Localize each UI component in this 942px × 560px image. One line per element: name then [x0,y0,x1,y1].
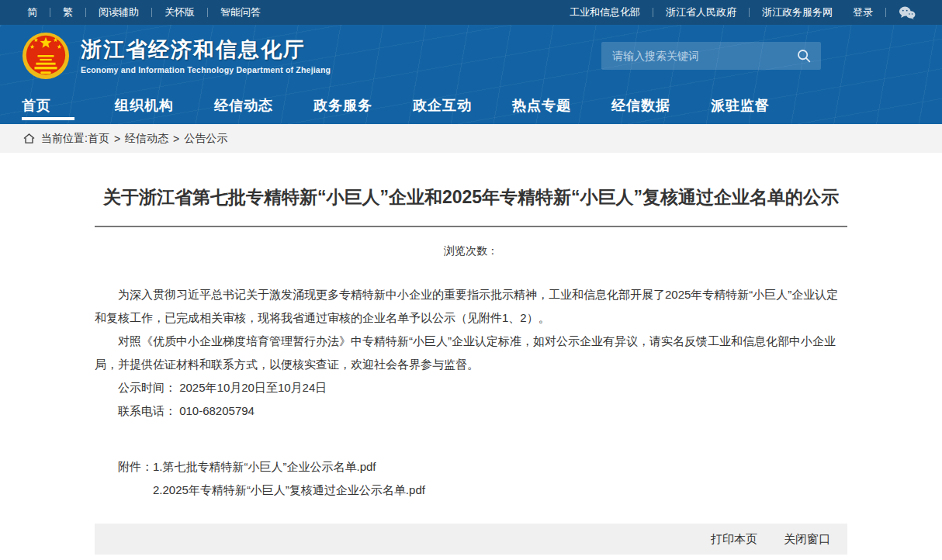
nav-item-dispatched-supervision[interactable]: 派驻监督 [711,87,810,124]
attachments-block: 附件： 1.第七批专精特新“小巨人”企业公示名单.pdf 2.2025年专精特新… [95,455,847,502]
link-reading-aid[interactable]: 阅读辅助 [99,5,139,19]
attachments-list: 1.第七批专精特新“小巨人”企业公示名单.pdf 2.2025年专精特新“小巨人… [153,455,425,502]
link-zhejiang-service-net[interactable]: 浙江政务服务网 [762,5,833,19]
link-care-version[interactable]: 关怀版 [165,5,195,19]
topbar-right-links: 工业和信息化部 浙江省人民政府 浙江政务服务网 登录 [570,5,916,20]
site-subtitle-en: Economy and Information Technology Depar… [81,65,331,74]
nav-item-hot-topics[interactable]: 热点专题 [512,87,611,124]
breadcrumb-eit-news[interactable]: 经信动态 [125,132,168,146]
paragraph: 对照《优质中小企业梯度培育管理暂行办法》中专精特新“小巨人”企业认定标准，如对公… [95,330,847,376]
blue-header-wrap: 浙江省经济和信息化厅 Economy and Information Techn… [0,25,942,124]
breadcrumb: 当前位置:首页 > 经信动态 > 公告公示 [0,124,942,153]
paragraph: 为深入贯彻习近平总书记关于激发涌现更多专精特新中小企业的重要指示批示精神，工业和… [95,283,847,330]
nav-item-gov-services[interactable]: 政务服务 [313,87,413,124]
divider [85,8,86,17]
article-container: 关于浙江省第七批专精特新“小巨人”企业和2025年专精特新“小巨人”复核通过企业… [95,181,847,555]
search-input[interactable] [612,50,795,62]
publicity-period: 公示时间： 2025年10月20日至10月24日 [95,376,847,399]
divider [207,8,208,17]
topbar-left-links: 简 繁 阅读辅助 关怀版 智能问答 [27,5,261,19]
article-body: 为深入贯彻习近平总书记关于激发涌现更多专精特新中小企业的重要指示批示精神，工业和… [95,283,847,423]
attachment-link-2[interactable]: 2.2025年专精特新“小巨人”复核通过企业公示名单.pdf [153,479,425,502]
title-divider [95,226,847,227]
main-nav: 首页 组织机构 经信动态 政务服务 政企互动 热点专题 经信数据 派驻监督 [0,87,942,124]
attachment-link-1[interactable]: 1.第七批专精特新“小巨人”企业公示名单.pdf [153,455,425,479]
breadcrumb-separator: > [173,133,179,145]
nav-item-gov-enterprise-interaction[interactable]: 政企互动 [413,87,512,124]
divider [749,8,750,17]
national-emblem-logo [22,32,70,80]
divider [50,8,50,17]
home-icon [23,133,35,144]
contact-phone: 联系电话： 010-68205794 [95,399,847,423]
link-zhejiang-gov[interactable]: 浙江省人民政府 [666,5,736,19]
link-smart-qa[interactable]: 智能问答 [220,5,261,19]
breadcrumb-separator: > [114,133,120,145]
search-icon[interactable] [795,47,813,65]
view-count-label: 浏览次数： [95,244,847,258]
attachments-label: 附件： [118,455,153,502]
article-title: 关于浙江省第七批专精特新“小巨人”企业和2025年专精特新“小巨人”复核通过企业… [95,181,847,213]
link-miit[interactable]: 工业和信息化部 [570,5,640,19]
login-button[interactable]: 登录 [853,5,873,19]
article-footer-bar: 打印本页 关闭窗口 [95,524,847,555]
divider [151,8,152,17]
link-simplified-chinese[interactable]: 简 [27,5,37,19]
site-brand: 浙江省经济和信息化厅 Economy and Information Techn… [81,37,331,74]
print-page-button[interactable]: 打印本页 [711,532,757,547]
nav-item-eit-data[interactable]: 经信数据 [611,87,711,124]
close-window-button[interactable]: 关闭窗口 [784,532,830,547]
top-utility-bar: 简 繁 阅读辅助 关怀版 智能问答 工业和信息化部 浙江省人民政府 浙江政务服务… [0,0,942,25]
site-search [601,42,821,70]
site-header: 浙江省经济和信息化厅 Economy and Information Techn… [0,25,942,87]
divider [653,8,653,17]
wechat-icon[interactable] [899,5,916,20]
nav-item-home[interactable]: 首页 [22,87,115,124]
divider [885,8,886,17]
link-traditional-chinese[interactable]: 繁 [63,5,73,19]
breadcrumb-home[interactable]: 首页 [88,132,109,146]
breadcrumb-prefix: 当前位置: [41,132,88,146]
nav-item-organization[interactable]: 组织机构 [115,87,214,124]
site-title: 浙江省经济和信息化厅 [81,37,331,62]
breadcrumb-announcements[interactable]: 公告公示 [184,132,227,146]
nav-item-eit-news[interactable]: 经信动态 [214,87,313,124]
